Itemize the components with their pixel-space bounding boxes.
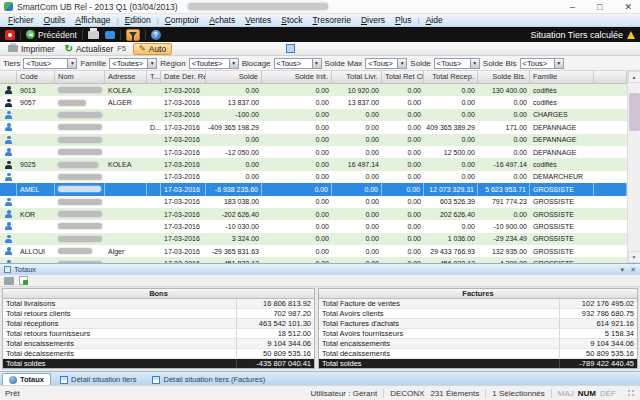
- refresh-button[interactable]: ↻ Actualiser F5: [62, 44, 129, 54]
- vertical-scrollbar[interactable]: ▲ ▼: [627, 71, 640, 263]
- cell-solde_bis: 0.00: [478, 208, 530, 220]
- dropdown-arrow-icon[interactable]: ▼: [67, 59, 76, 68]
- column-header-icon[interactable]: [0, 71, 17, 83]
- scroll-up-button[interactable]: ▲: [628, 71, 640, 83]
- dropdown-arrow-icon[interactable]: ▼: [470, 59, 479, 68]
- cell-t: [147, 208, 161, 220]
- print-button[interactable]: Imprimer: [5, 44, 58, 54]
- cell-total_recep: 1 036.00: [424, 233, 478, 245]
- totals-row: Total soldes-789 422 440.45: [319, 359, 637, 368]
- filter-dropdown-6[interactable]: <Tous>▼: [520, 58, 564, 69]
- filter-dropdown-2[interactable]: <Toutes>▼: [189, 58, 239, 69]
- column-header-8[interactable]: Total Ret Cli.: [382, 71, 424, 83]
- dropdown-arrow-icon[interactable]: ▼: [397, 59, 406, 68]
- column-header-5[interactable]: Solde: [206, 71, 262, 83]
- column-header-11[interactable]: Famille: [530, 71, 594, 83]
- filter-dropdown-4[interactable]: <Tous>▼: [365, 58, 407, 69]
- filter-button[interactable]: [126, 29, 140, 41]
- filter-dropdown-5[interactable]: <Tous>▼: [434, 58, 480, 69]
- column-header-9[interactable]: Total Recep.: [424, 71, 478, 83]
- table-row[interactable]: 17-03-20163 324.000.000.000.001 036.00-2…: [0, 233, 627, 245]
- menu-item-edition[interactable]: Edition: [120, 15, 156, 25]
- person-icon: [0, 146, 17, 158]
- tab-icon: [60, 376, 68, 384]
- export-totals-icon[interactable]: [19, 276, 28, 285]
- column-header-7[interactable]: Total Livr.: [332, 71, 382, 83]
- dropdown-arrow-icon[interactable]: ▼: [312, 59, 321, 68]
- column-header-0[interactable]: Code: [17, 71, 55, 83]
- cell-date: 17-03-2016: [161, 134, 206, 146]
- menu-item-stock[interactable]: Stock: [276, 15, 307, 25]
- table-row[interactable]: 9025KOLEA17-03-20160.000.0016 497.140.00…: [0, 158, 627, 170]
- filter-label-6: Solde Bis: [483, 59, 517, 68]
- menu-item-ventes[interactable]: Ventes: [240, 15, 276, 25]
- resize-grip[interactable]: [627, 389, 635, 397]
- cell-famille: GROSSISTE: [530, 233, 594, 245]
- table-row[interactable]: D...17-03-2016-409 365 198.290.000.000.0…: [0, 121, 627, 133]
- table-row[interactable]: 9013KOLEA17-03-20160.000.0010 920.000.00…: [0, 84, 627, 96]
- menu-item-achats[interactable]: Achats: [204, 15, 240, 25]
- cell-solde: -451 823.12: [206, 257, 262, 263]
- column-header-4[interactable]: Date Der. Recal: [161, 71, 206, 83]
- table-row[interactable]: 17-03-2016-12 050.000.000.000.0012 500.0…: [0, 146, 627, 158]
- tab-detail-1[interactable]: Détail situation tiers: [53, 373, 143, 385]
- menu-item-fichier[interactable]: Fichier: [3, 15, 39, 25]
- dropdown-arrow-icon[interactable]: ▼: [147, 59, 156, 68]
- menu-item-divers[interactable]: Divers: [356, 15, 390, 25]
- cell-solde_init: 0.00: [262, 220, 332, 232]
- table-row[interactable]: 17-03-20160.000.000.000.000.000.00DEMARC…: [0, 171, 627, 183]
- menu-item-outils[interactable]: Outils: [39, 15, 71, 25]
- status-user: Utilisateur : Gérant: [310, 389, 377, 398]
- totals-value: 50 809 535.16: [236, 349, 314, 358]
- table-row[interactable]: AMEL17-03-2016-6 938 235.600.000.000.001…: [0, 183, 627, 195]
- menu-item-plus[interactable]: Plus: [390, 15, 417, 25]
- dropdown-arrow-icon[interactable]: ▼: [554, 59, 563, 68]
- table-row[interactable]: 17-03-20160.000.000.000.000.000.00DEPANN…: [0, 134, 627, 146]
- maximize-button[interactable]: □: [597, 2, 602, 12]
- table-row[interactable]: 17-03-2016183 038.000.000.000.00603 526.…: [0, 196, 627, 208]
- minimize-button[interactable]: –: [570, 2, 575, 12]
- menu-item-comptoir[interactable]: Comptoir: [160, 15, 204, 25]
- tab-detail-2[interactable]: Détail situation tiers (Factures): [145, 373, 272, 385]
- column-header-3[interactable]: T...: [147, 71, 161, 83]
- scrollbar-thumb[interactable]: [629, 93, 640, 131]
- print-icon[interactable]: [88, 31, 99, 39]
- cell-total_recep: 0.00: [424, 158, 478, 170]
- scroll-down-button[interactable]: ▼: [628, 251, 640, 263]
- close-panel-icon[interactable]: ✕: [630, 266, 636, 274]
- auto-button[interactable]: ✎ Auto: [133, 43, 172, 55]
- filter-dropdown-0[interactable]: <Tous>▼: [23, 58, 77, 69]
- menu-item-tresorerie[interactable]: Tresorerie: [307, 15, 355, 25]
- previous-button[interactable]: ◄ Précédent: [26, 30, 77, 40]
- redacted-name: [58, 124, 102, 130]
- grid-view-icon[interactable]: [286, 44, 295, 53]
- table-row[interactable]: ALLOUIAlger17-03-2016-29 365 831.630.000…: [0, 245, 627, 257]
- column-header-2[interactable]: Adresse: [105, 71, 147, 83]
- filter-dropdown-1[interactable]: <Toutes>▼: [109, 58, 157, 69]
- table-row[interactable]: 17-03-2016-451 823.120.000.000.00456 023…: [0, 257, 627, 263]
- tab-icon: [152, 376, 160, 384]
- close-button[interactable]: ✕: [624, 2, 632, 12]
- toolbar-separator: [20, 30, 21, 40]
- pin-panel-icon[interactable]: ▾: [621, 266, 625, 274]
- filter-label-1: Famille: [80, 59, 106, 68]
- cell-solde_bis: 130 400.00: [478, 84, 530, 96]
- table-row[interactable]: 17-03-2016-100.000.000.000.000.000.00CHA…: [0, 109, 627, 121]
- help-icon[interactable]: ?: [151, 30, 161, 40]
- messages-icon[interactable]: [105, 31, 115, 39]
- table-row[interactable]: KOR17-03-2016-202 626.400.000.000.00202 …: [0, 208, 627, 220]
- print-totals-icon[interactable]: [4, 277, 14, 285]
- lock-indicator-num: NUM: [578, 389, 596, 398]
- column-header-6[interactable]: Solde Init.: [262, 71, 332, 83]
- table-row[interactable]: 9057ALGER17-03-201613 837.000.0013 837.0…: [0, 96, 627, 108]
- filter-dropdown-3[interactable]: <Tous>▼: [274, 58, 322, 69]
- column-header-10[interactable]: Solde Bis.: [478, 71, 530, 83]
- scrollbar-track[interactable]: [628, 83, 640, 251]
- tab-totaux[interactable]: Totaux: [2, 373, 51, 385]
- totals-row: Total Avoirs fournisseurs5 158.34: [319, 329, 637, 339]
- menu-item-aide[interactable]: Aide: [421, 15, 448, 25]
- menu-item-affichage[interactable]: Affichage: [70, 15, 115, 25]
- dropdown-arrow-icon[interactable]: ▼: [229, 59, 238, 68]
- column-header-1[interactable]: Nom: [55, 71, 105, 83]
- table-row[interactable]: 17-03-2016-10 030.000.000.000.000.00-10 …: [0, 220, 627, 232]
